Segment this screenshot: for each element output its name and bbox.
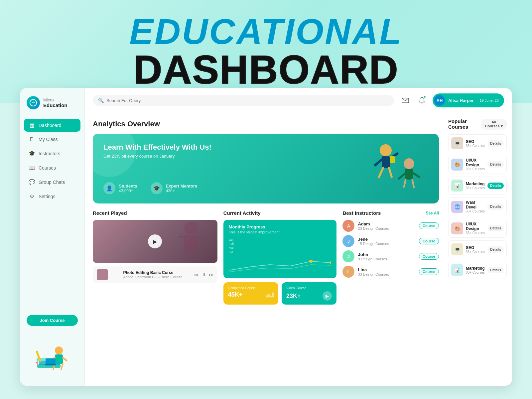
user-profile[interactable]: AH Alisa Harper 19 June, 23 [433,93,504,107]
center-content: Analytics Overview Learn With Effectivel… [85,113,446,386]
course-count: 33+ Courses [466,271,485,274]
sidebar-item-courses[interactable]: 📖 Courses [24,161,80,174]
sidebar-item-settings[interactable]: ⚙ Settings [24,190,80,203]
courses-icon: 📖 [29,165,35,171]
course-badge-john[interactable]: Course [419,253,439,260]
course-badge-adam[interactable]: Course [419,222,439,229]
course-thumb-uiux2: 🎨 [451,222,463,234]
sidebar-item-my-class[interactable]: 🗋 My Class [24,133,80,146]
chart-area [229,255,332,274]
svg-rect-23 [405,169,413,180]
instructors-title: Best Instructors [342,210,381,216]
course-badge-lina[interactable]: Course [419,268,439,275]
popular-header: Popular Courses All Courses ▾ [448,118,507,130]
students-label: Students [119,184,137,189]
sidebar-item-dashboard[interactable]: ▦ Dashboard [24,119,80,132]
details-button-4[interactable]: Details [487,225,504,231]
hero-stat-mentors: 🎓 Expert Mentors 430+ [151,182,198,194]
instructor-sub: 15 Design Courses [358,242,416,246]
details-button-1[interactable]: Details [487,161,504,168]
video-courses-stat: Video Course 23K+ ▶ [282,282,336,305]
details-button-2[interactable]: Details [487,183,504,189]
all-courses-button[interactable]: All Courses ▾ [481,119,507,130]
course-info-marketing: Marketing 33+ Courses [466,182,485,190]
course-name: SEO [466,139,485,144]
logo-icon [27,96,40,109]
course-card-3: 🌐 WEB Devel 33+ Courses Details [448,197,507,216]
next-button[interactable]: ⏭ [209,272,213,277]
course-info-marketing2: Marketing 33+ Courses [466,266,485,274]
right-panel: Popular Courses All Courses ▾ 💻 SEO 33+ … [446,113,512,386]
activity-card-subtitle: This is the largest improvement [229,230,332,234]
video-subtitle: Adobe Lightroom CC - Basic Course [123,275,182,279]
mentors-info: Expert Mentors 430+ [166,184,198,193]
completed-courses-stat: Completed Course 45K+ [223,282,278,305]
chart-label-apr: Apr [229,250,332,253]
chart-label-jan: Jan [229,238,332,241]
course-name: SEO [466,245,485,250]
video-info: Photo Editing Basic Corse Adobe Lightroo… [123,270,182,279]
search-icon: 🔍 [98,98,104,103]
course-badge-jene[interactable]: Course [419,238,439,244]
instructor-name: John [358,252,416,257]
course-card-0: 💻 SEO 33+ Courses Details [448,134,507,152]
chart-label-feb: Feb [229,242,332,245]
body-area: Analytics Overview Learn With Effectivel… [85,113,512,386]
instructor-item-1: J Jene 15 Design Courses Course [342,235,439,247]
nav-items: ▦ Dashboard 🗋 My Class 🎓 Instractors 📖 C… [20,119,84,310]
header-banner: EDUCATIONAL DASHBOARD [0,0,532,103]
sidebar-item-label: Settings [39,194,56,199]
video-info-row: Photo Editing Basic Corse Adobe Lightroo… [93,266,217,283]
pause-button[interactable]: ⏸ [201,272,206,277]
course-name: UI/UX Design [466,222,485,231]
hero-stat-students: 👤 Students 43,000+ [103,182,137,194]
prev-button[interactable]: ⏮ [194,272,199,277]
instructor-name: Jene [358,237,416,242]
dashboard-icon: ▦ [29,122,35,128]
top-bar: 🔍 AH [85,88,512,113]
activity-card-title: Monthly Progress [229,224,332,229]
search-box[interactable]: 🔍 [93,95,394,106]
bar4 [272,292,274,298]
current-activity-section: Current Activity Monthly Progress This i… [223,210,337,305]
svg-line-26 [404,180,406,187]
course-info-uiux2: UI/UX Design 33+ Courses [466,222,485,235]
course-name: UI/UX Design [466,158,485,167]
join-course-button[interactable]: Join Course [27,315,78,326]
course-count: 33+ Courses [466,167,485,171]
instructor-info-john: John 9 Design Courses [358,252,416,261]
svg-point-33 [329,261,331,264]
svg-point-32 [309,260,313,263]
mail-button[interactable] [399,94,411,106]
details-button-6[interactable]: Details [487,267,504,273]
recent-played-section: Recent Played ▶ [93,210,217,305]
course-info-seo2: SEO 33+ Courses [466,245,485,254]
instructor-sub: 9 Design Courses [358,257,416,261]
notifications-button[interactable] [416,94,428,106]
video-icon-row: 23K+ ▶ [286,291,332,301]
svg-rect-21 [390,156,395,163]
instructor-name: Adam [358,221,416,226]
settings-icon: ⚙ [29,193,35,200]
details-button-0[interactable]: Details [487,140,504,147]
details-button-3[interactable]: Details [487,203,504,210]
instructor-avatar-john: J [342,250,354,262]
svg-line-9 [61,364,63,369]
banner-line2: DASHBOARD [129,50,403,89]
students-info: Students 43,000+ [119,184,137,193]
sidebar-item-group-chats[interactable]: 💬 Group Chats [24,176,80,189]
search-input[interactable] [106,98,389,103]
sidebar-item-label: Group Chats [39,180,65,185]
sidebar-item-instructors[interactable]: 🎓 Instractors [24,147,80,160]
video-thumb-small [97,269,108,280]
see-all-button[interactable]: See All [426,211,439,215]
course-name: Marketing [466,182,485,186]
video-thumbnail[interactable]: ▶ [93,220,217,263]
logo-text: Micro Education [43,97,67,108]
video-controls[interactable]: ⏮ ⏸ ⏭ [194,272,213,277]
sidebar-item-label: Courses [39,165,56,171]
stat-bars [266,292,274,298]
details-button-5[interactable]: Details [487,246,504,253]
svg-line-19 [379,168,383,177]
course-count: 33+ Courses [466,186,485,190]
